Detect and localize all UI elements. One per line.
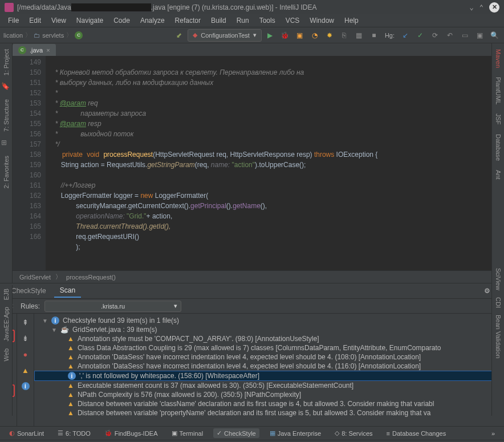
menu-tools[interactable]: Tools [255,15,280,26]
history-icon[interactable]: ⟳ [429,29,441,42]
code-editor[interactable]: 149150151 152153154 155156157 158159160 … [13,56,491,270]
right-tool-rail: Maven PlantUML JSF Database Ant [491,43,504,283]
menu-code[interactable]: Code [109,15,135,26]
rail-ant[interactable]: Ant [494,165,503,184]
menu-window[interactable]: Window [305,15,339,26]
expand-all-icon[interactable]: ⇞ [19,316,32,329]
result-item[interactable]: ▲Annotation 'DataSess' have incorrect in… [34,362,504,371]
class-icon: C [18,46,26,54]
bookmark-icon[interactable]: 🔖 [1,82,11,92]
rail-jsf[interactable]: JSF [494,109,503,129]
rail-ejb[interactable]: EJB [2,285,11,303]
result-item[interactable]: ▲Distance between variable 'className' d… [34,399,504,408]
attach-icon[interactable]: ⎘ [338,29,351,42]
rail-favorites[interactable]: 2: Favorites [2,151,11,193]
concurrency-icon[interactable]: ✸ [323,29,336,42]
tool-javaee[interactable]: ▦Java Enterprise [266,428,324,438]
panel-tab-checkstyle[interactable]: CheckStyle [6,285,52,297]
branch-icon[interactable]: ▭ [458,29,471,42]
search-icon[interactable]: 🔍 [488,29,501,42]
rail-bean[interactable]: Bean Validation [494,311,503,362]
status-bar: ▢ Unexpected Exception Caught: The scan … [0,440,504,442]
crumb-method[interactable]: processRequest() [66,274,116,281]
result-item[interactable]: ▲NPath Complexity is 576 (max allowed is… [34,390,504,399]
tool-todo[interactable]: ☰6: TODO [54,428,94,438]
tool-sonarlint[interactable]: ◐SonarLint [6,428,47,438]
warn-filter-icon[interactable]: ▲ [19,364,32,376]
line-gutter[interactable]: 149150151 152153154 155156157 158159160 … [13,56,46,270]
menu-view[interactable]: View [47,15,71,26]
result-root[interactable]: ▼iCheckstyle found 39 item(s) in 1 file(… [34,316,504,325]
window-title: [/media/data/Java .java [engine (7) (ru.… [17,3,470,11]
rail-jee[interactable]: JavaEE:App [2,303,11,345]
tool-checkstyle[interactable]: ✓CheckStyle [213,428,259,438]
tool-services[interactable]: ◇8: Services [331,428,376,438]
result-item[interactable]: i',' is not followed by whitespace. (158… [34,371,504,381]
minimize-icon[interactable]: ⌄ [470,3,474,11]
result-file[interactable]: ▼☕GridServlet.java : 39 item(s) [34,325,504,334]
menu-refactor[interactable]: Refactor [170,15,205,26]
editor-tab[interactable]: C .java × [13,44,56,56]
commit-icon[interactable]: ✓ [414,29,426,42]
close-tab-icon[interactable]: × [46,47,50,54]
result-item[interactable]: ▲Distance between variable 'propertyName… [34,408,504,417]
breadcrumb[interactable]: lication 〉 🗀 servlets 〉 C [3,31,83,39]
rail-project[interactable]: 1: Project [2,44,11,80]
menu-edit[interactable]: Edit [25,15,46,26]
tool-more[interactable]: » [488,429,498,438]
rail-plantuml[interactable]: PlantUML [494,72,503,109]
run-icon[interactable]: ▶ [264,29,277,42]
collapse-all-icon[interactable]: ⇟ [19,332,32,344]
rail-web[interactable]: Web [2,345,11,364]
class-icon: C [75,31,83,39]
gear-icon[interactable]: ⚙ [484,287,490,295]
coverage-icon[interactable]: ▣ [294,29,306,42]
tool-terminal[interactable]: ▣Terminal [168,428,207,438]
result-item[interactable]: ▲Annotation style must be 'COMPACT_NO_AR… [34,334,504,343]
result-item[interactable]: ▲Class Data Abstraction Coupling is 29 (… [34,343,504,352]
result-item[interactable]: ▲Annotation 'DataSess' have incorrect in… [34,352,504,362]
rules-label: Rules: [21,302,40,310]
menu-analyze[interactable]: Analyze [136,15,169,26]
chevron-down-icon: ▾ [253,31,257,39]
close-icon[interactable]: ✕ [489,2,499,13]
code-content[interactable]: * Корневой метод обработки запроса к сер… [46,56,491,270]
rail-cdi[interactable]: CDI [494,294,503,311]
build-icon[interactable]: ⬋ [173,29,185,42]
run-config-dropdown[interactable]: ◆ ConfigurationTest ▾ [188,29,262,42]
menu-build[interactable]: Build [206,15,231,26]
rail-sciview[interactable]: SciView [494,265,503,294]
stop-icon[interactable]: ■ [368,29,380,42]
debug-icon[interactable]: 🐞 [279,29,291,42]
rules-value: .krista.ru [101,303,125,310]
menu-vcs[interactable]: VCS [281,15,304,26]
info-filter-icon[interactable]: i [19,380,32,392]
rail-maven[interactable]: Maven [494,44,503,72]
breadcrumb-item[interactable]: lication [3,32,23,39]
revert-icon[interactable]: ↶ [444,29,456,42]
menu-run[interactable]: Run [232,15,254,26]
rail-structure[interactable]: 7: Structure [2,95,11,136]
grid-icon[interactable]: ▦ [353,29,365,42]
tool-dbchanges[interactable]: ≡Database Changes [383,429,450,438]
menu-file[interactable]: File [3,15,23,26]
breadcrumb-item[interactable]: servlets [42,32,64,39]
error-filter-icon[interactable]: ● [19,348,32,360]
crumb-class[interactable]: GridServlet [19,274,51,281]
maximize-icon[interactable]: ⌃ [479,3,483,11]
structure-icon[interactable]: ⊞ [1,139,11,149]
menu-navigate[interactable]: Navigate [72,15,108,26]
menu-bar: File Edit View Navigate Code Analyze Ref… [0,14,504,27]
result-item[interactable]: ▲Executable statement count is 37 (max a… [34,381,504,390]
panel-tab-scan[interactable]: Scan [54,284,81,298]
agent-icon[interactable]: ▣ [473,29,486,42]
rail-database[interactable]: Database [494,129,503,165]
tool-panel: CheckStyle Scan ⚙ — ✕ Rules: .krista.ru … [0,283,504,426]
profile-icon[interactable]: ◔ [308,29,321,42]
results-tree[interactable]: ▼iCheckstyle found 39 item(s) in 1 file(… [34,314,504,426]
editor-breadcrumb: GridServlet 〉 processRequest() [13,270,491,283]
pull-icon[interactable]: ↙ [399,29,412,42]
rules-dropdown[interactable]: .krista.ru ▾ [44,301,181,312]
menu-help[interactable]: Help [340,15,363,26]
tool-findbugs[interactable]: 🐞FindBugs-IDEA [101,428,161,438]
